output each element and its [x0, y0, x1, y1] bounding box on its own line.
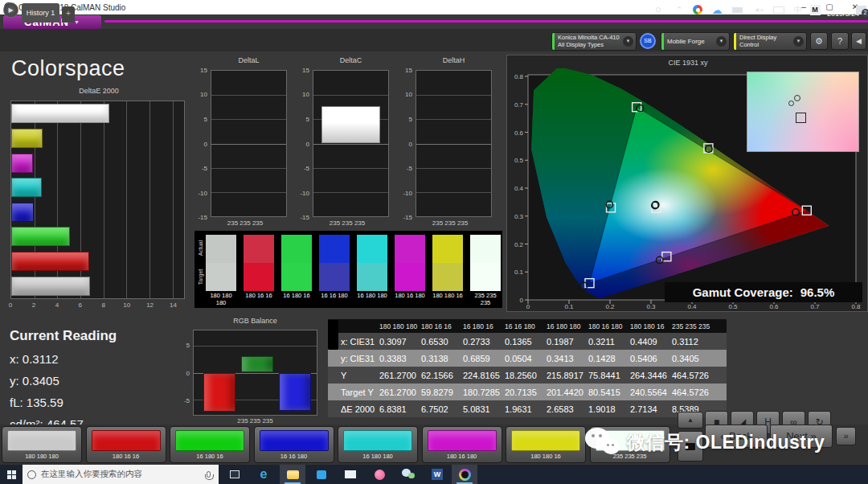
deltah-plot	[416, 70, 492, 217]
patch-label: 180 16 180	[423, 453, 502, 460]
collapse-panel-button[interactable]: ◀	[851, 32, 866, 50]
patch-button-180-16-16[interactable]: 180 16 16	[86, 426, 166, 463]
settings-button[interactable]: ⚙	[810, 32, 828, 50]
patch-button-180-180-180[interactable]: 180 180 180	[2, 426, 82, 463]
table-cell: 2.7134	[630, 404, 672, 414]
actual-swatch	[281, 235, 312, 263]
reading-fl: fL: 135.59	[10, 396, 117, 409]
taskbar-word-button[interactable]: W	[424, 465, 450, 484]
row-label: ΔE 2000	[328, 404, 379, 414]
actual-swatch	[395, 235, 425, 263]
table-cell: 75.8441	[588, 371, 630, 380]
source-device-dropdown[interactable]: Mobile Forge ▼	[661, 32, 730, 51]
gridline	[173, 101, 174, 298]
tray-keyboard-icon[interactable]	[770, 0, 788, 19]
x-tick-label: 6	[79, 301, 82, 309]
target-point-marker	[796, 113, 806, 123]
people-tray-icon[interactable]	[649, 0, 667, 19]
patch-button-180-16-180[interactable]: 180 16 180	[422, 426, 502, 463]
ime-language-icon: 中	[794, 4, 802, 15]
meter-device-mode: All Display Types	[558, 42, 620, 49]
swatch-180-16-180: 180 16 180	[395, 235, 425, 306]
speaker-muted-icon: ◄×	[754, 6, 764, 14]
display-control-dropdown[interactable]: Direct Display Control ▼	[733, 32, 807, 51]
patch-label: 16 180 180	[338, 453, 417, 460]
tray-chrome-icon[interactable]	[690, 0, 706, 19]
table-cell: 0.3112	[672, 337, 714, 347]
taskbar-edge-button[interactable]: e	[251, 465, 276, 484]
tray-battery-icon[interactable]	[728, 0, 746, 19]
table-cell: 464.5726	[672, 388, 714, 397]
taskbar-explorer-button[interactable]	[280, 465, 305, 484]
task-view-button[interactable]	[222, 465, 248, 484]
deltaC-bar	[321, 106, 380, 143]
table-cell: 0.4409	[630, 337, 672, 347]
triangle-up-icon: ▲	[687, 416, 694, 424]
actual-swatch	[470, 235, 501, 263]
chevron-left-icon: ◀	[856, 37, 862, 45]
svg-text:0.8: 0.8	[514, 73, 524, 80]
y-tick-label: 10	[193, 91, 207, 98]
deltah-chart-title: DeltaH	[416, 56, 492, 66]
gridline	[104, 101, 104, 298]
play-icon: ▶	[8, 6, 13, 14]
patch-color	[428, 430, 497, 451]
wechat-icon	[402, 469, 415, 480]
microphone-icon	[207, 471, 211, 478]
cie-measured-gray	[652, 202, 658, 208]
task-view-icon	[230, 470, 240, 478]
svg-text:0.3: 0.3	[514, 213, 524, 220]
y-tick-label: -5	[398, 165, 412, 172]
more-patterns-button[interactable]: »	[836, 427, 856, 445]
patch-button-180-180-16[interactable]: 180 180 16	[506, 426, 586, 463]
deltal-chart: DeltaL 151050-5-10-15 235 235 235	[193, 56, 289, 232]
cie-measured-magenta	[657, 256, 663, 263]
rgb-bar-red	[203, 373, 235, 412]
y-tick-label: 5	[175, 342, 190, 349]
patch-button-16-180-16[interactable]: 16 180 16	[170, 426, 250, 463]
table-cell: 240.5564	[630, 388, 672, 397]
patch-color	[511, 430, 580, 451]
gridline	[313, 192, 388, 193]
y-tick-label: -10	[398, 190, 412, 197]
y-tick-label: -5	[175, 397, 190, 404]
tray-ime-indicator[interactable]: 中	[791, 0, 805, 19]
tray-ime-mode[interactable]: M	[807, 0, 823, 19]
meter-device-dropdown[interactable]: Konica Minolta CA-410 All Display Types …	[551, 32, 637, 51]
taskbar-store-button[interactable]	[309, 465, 334, 484]
tray-volume-icon[interactable]: ◄×	[749, 0, 768, 19]
notification-center-button[interactable]: 2	[854, 0, 868, 19]
table-scroll-tab[interactable]	[328, 320, 338, 350]
whitepoint-zoom-inset	[747, 72, 859, 152]
notification-icon: 2	[856, 6, 866, 14]
taskbar-search-input[interactable]: 在这里输入你要搜索的内容	[23, 465, 219, 484]
tab-history-1[interactable]: History 1	[22, 3, 59, 23]
svg-text:0.3: 0.3	[646, 303, 656, 310]
gridline	[416, 168, 491, 169]
column-header: 180 180 180	[379, 322, 421, 330]
taskbar-wechat-button[interactable]	[395, 465, 421, 484]
sb-badge-button[interactable]: SB	[640, 33, 656, 49]
taskbar-mail-button[interactable]	[338, 465, 363, 484]
patch-button-16-16-180[interactable]: 16 16 180	[254, 426, 334, 463]
target-swatch	[357, 263, 387, 291]
help-button[interactable]: ?	[831, 32, 849, 50]
svg-text:0: 0	[520, 297, 524, 304]
patch-color	[7, 430, 76, 451]
taskbar-calman-button[interactable]	[452, 465, 477, 484]
start-button[interactable]	[0, 465, 23, 484]
target-swatch	[206, 263, 236, 291]
taskbar-photos-button[interactable]	[366, 465, 392, 484]
column-header: 16 180 16	[463, 322, 505, 330]
table-cell: 261.2700	[379, 388, 421, 397]
cloud-icon: ☁	[712, 4, 723, 16]
svg-text:0.1: 0.1	[514, 269, 524, 276]
svg-text:0.1: 0.1	[564, 303, 574, 310]
tray-onedrive-icon[interactable]: ☁	[709, 0, 725, 19]
history-menu-button[interactable]: ▶	[3, 2, 18, 18]
patch-button-16-180-180[interactable]: 16 180 180	[338, 426, 418, 463]
chevron-down-icon: ▼	[716, 36, 727, 47]
add-tab-button[interactable]: +	[62, 6, 75, 23]
deltae-bar-180-16-16	[11, 252, 89, 271]
tray-expand-button[interactable]: ⌃	[672, 0, 686, 19]
